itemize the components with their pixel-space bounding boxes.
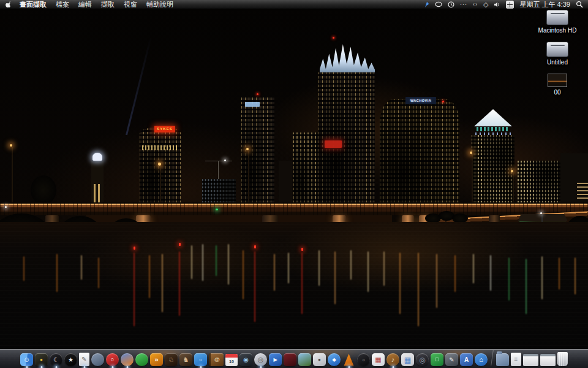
building-back xyxy=(293,132,318,205)
dock-item-garageband[interactable]: ♪ xyxy=(386,353,399,366)
antenna-light xyxy=(333,37,334,39)
dock-item-fish-app[interactable]: ● xyxy=(35,353,48,366)
rabbit-app-glyph: ♞ xyxy=(183,356,189,363)
ellipsis-icon[interactable]: ··· xyxy=(460,1,467,7)
reflection-streak xyxy=(191,245,192,279)
apple-menu[interactable] xyxy=(6,1,12,9)
reflection-streak xyxy=(334,251,336,304)
building-wachovia xyxy=(380,99,459,205)
reflection-streak xyxy=(368,251,369,292)
iphoto-icon xyxy=(298,353,311,366)
dock-item-front-row[interactable]: ▶ xyxy=(269,353,282,366)
desktop-icon-macintosh-hd[interactable]: Macintosh HD xyxy=(538,10,577,34)
street-lamp xyxy=(511,170,513,172)
time-machine-icon[interactable] xyxy=(448,1,454,8)
dock-item-camera-lens-app[interactable]: ◎ xyxy=(416,353,429,366)
airport-icon[interactable]: ◇ xyxy=(483,1,488,9)
menu-extras: ··· ‹› ◇ 星期五 上午 4:39 xyxy=(424,0,588,9)
spotlight-icon[interactable] xyxy=(576,1,583,8)
input-menu-icon[interactable] xyxy=(506,1,514,9)
bluetooth-icon[interactable] xyxy=(424,1,429,8)
dvd-player-icon: ◎ xyxy=(254,353,267,366)
dock-item-folder-stack[interactable] xyxy=(496,353,509,366)
dock-item-globe-app[interactable] xyxy=(91,353,104,366)
documents-stack-glyph: ≡ xyxy=(514,356,518,362)
dock-item-critter-app[interactable]: ♘ xyxy=(165,353,178,366)
dock-item-cinema-app[interactable] xyxy=(284,353,296,366)
desktop-icon-label: 00 xyxy=(554,89,560,96)
lamp-pole xyxy=(513,173,514,204)
desktop-icon-untitled[interactable]: Untitled xyxy=(546,42,568,66)
address-book-icon: @ xyxy=(209,353,224,366)
dock-item-green-message-app[interactable]: □ xyxy=(431,353,443,366)
reflection-streak xyxy=(575,258,576,294)
red-nav-light xyxy=(301,248,303,251)
lamp-pole xyxy=(472,155,473,204)
building-small xyxy=(279,161,292,205)
menu-app[interactable]: 畫面擷取 xyxy=(20,0,47,9)
front-row-glyph: ▶ xyxy=(273,358,277,362)
reflection-streak xyxy=(541,256,543,299)
dock-item-speed-app[interactable]: » xyxy=(150,353,163,366)
menu-file[interactable]: 檔案 xyxy=(56,0,69,9)
dock-item-letter-blocks-app[interactable]: A xyxy=(460,353,473,366)
dock-item-address-book[interactable]: @ xyxy=(209,353,224,366)
drive-slot xyxy=(551,45,565,46)
dock-item-text-editor[interactable]: ✎ xyxy=(79,353,89,366)
menu-edit[interactable]: 編輯 xyxy=(78,0,92,9)
dock-item-ichat[interactable]: ○ xyxy=(194,353,207,366)
reflection-streak xyxy=(399,253,401,314)
dock-item-home-browser-app[interactable]: ⌂ xyxy=(475,353,488,366)
dock-item-safari[interactable]: ◆ xyxy=(328,353,341,366)
firefox-icon xyxy=(121,353,134,366)
pinwheel-app-glyph: ★ xyxy=(68,357,74,363)
dock-item-documents-stack[interactable]: ≡ xyxy=(511,353,521,366)
dock-item-pinwheel-app[interactable]: ★ xyxy=(64,353,77,366)
dock-item-minimized-window-1[interactable] xyxy=(523,354,538,366)
menu-help[interactable]: 輔助說明 xyxy=(146,0,173,9)
photo-booth-glyph: ◉ xyxy=(243,357,249,363)
text-editor-icon: ✎ xyxy=(79,353,89,366)
dock-item-dvd-player[interactable]: ◎ xyxy=(254,353,267,366)
moon-app-icon: ☾ xyxy=(50,353,62,366)
dock-item-green-sphere-app[interactable] xyxy=(135,353,148,366)
dock-item-pen-app[interactable]: ✎ xyxy=(445,353,458,366)
street-lamp xyxy=(470,151,472,154)
red-nav-light xyxy=(254,245,256,248)
dock-item-ical[interactable]: 10 xyxy=(225,354,238,366)
text-editor-glyph: ✎ xyxy=(81,356,86,362)
ichat-status-icon[interactable] xyxy=(435,1,442,7)
image-file-icon xyxy=(548,74,567,87)
dock-item-photo-booth[interactable]: ◉ xyxy=(239,353,252,366)
desktop-icon-image-00[interactable]: 00 xyxy=(548,74,567,96)
menu-clock[interactable]: 星期五 上午 4:39 xyxy=(519,0,570,9)
dock-item-iphoto[interactable] xyxy=(298,353,311,366)
script-arrows-icon[interactable]: ‹› xyxy=(473,1,478,7)
dock-item-firefox[interactable] xyxy=(121,353,134,366)
dock-item-window-panes-app[interactable]: ▦ xyxy=(401,353,414,366)
eight-ball-app-glyph: ○ xyxy=(362,358,364,362)
menu-capture[interactable]: 擷取 xyxy=(101,0,115,9)
water-ripples xyxy=(0,222,588,368)
dock-item-opera[interactable]: ○ xyxy=(106,353,119,366)
aircraft-warning-light xyxy=(257,93,258,95)
volume-icon[interactable] xyxy=(494,1,500,8)
menu-window[interactable]: 視窗 xyxy=(124,0,137,9)
menu-bar: 畫面擷取檔案編輯擷取視窗輔助說明 ··· ‹› ◇ 星期五 上午 4:39 xyxy=(0,0,588,9)
dock-item-rabbit-app[interactable]: ♞ xyxy=(179,353,192,366)
critter-app-glyph: ♘ xyxy=(168,356,175,363)
dock-item-moon-app[interactable]: ☾ xyxy=(50,353,62,366)
dock-item-vlc[interactable] xyxy=(342,353,355,366)
dock-item-eight-ball-app[interactable]: ○ xyxy=(357,353,370,366)
dock-item-minimized-window-2[interactable] xyxy=(540,354,556,366)
dock-item-camera-app[interactable]: ● xyxy=(313,353,326,366)
critter-app-icon: ♘ xyxy=(165,353,178,366)
rabbit-app-icon: ♞ xyxy=(179,353,192,366)
dock-item-trash[interactable] xyxy=(557,352,568,366)
dock-item-checkers-app[interactable]: ▦ xyxy=(372,353,385,366)
crane xyxy=(218,161,219,180)
camera-app-glyph: ● xyxy=(318,358,321,362)
dock-item-finder[interactable]: ☺ xyxy=(20,353,33,366)
crane-light xyxy=(224,159,226,161)
lit-facade xyxy=(577,182,588,199)
